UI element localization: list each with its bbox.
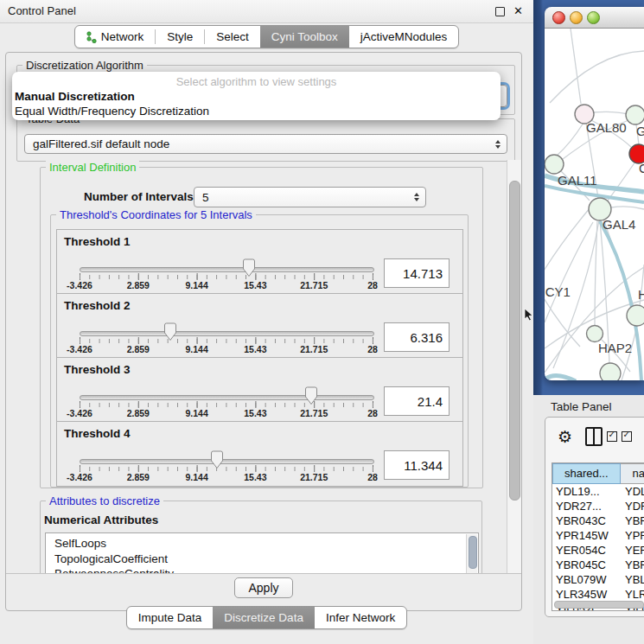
- split-columns-icon[interactable]: [585, 427, 603, 446]
- tick-label: 15.43: [244, 280, 266, 290]
- table-row[interactable]: YBR043CYBR0: [552, 513, 644, 528]
- table-header-name[interactable]: na: [621, 463, 644, 484]
- tab-jactivemnodules[interactable]: jActiveMNodules: [349, 26, 459, 48]
- algorithm-dropdown: Select algorithm to view settings Manual…: [12, 72, 501, 120]
- slider-thumb[interactable]: [211, 450, 224, 469]
- network-icon: [86, 31, 97, 43]
- tick-label: 9.144: [185, 408, 207, 418]
- network-view[interactable]: GAL80 G. GAL11 C GAL4 GCY1 H HAP2: [545, 29, 644, 380]
- threshold-value-field[interactable]: 11.344: [384, 450, 450, 480]
- table-row[interactable]: YBR045CYBR0: [552, 558, 644, 572]
- num-intervals-select[interactable]: 5: [194, 187, 426, 207]
- dropdown-hint: Select algorithm to view settings: [12, 74, 501, 89]
- tab-label: Discretize Data: [224, 611, 303, 624]
- table-panel-title: Table Panel: [551, 400, 612, 413]
- network-node[interactable]: [627, 305, 644, 326]
- node-label: GAL80: [586, 120, 627, 135]
- table-header-shared-name[interactable]: shared...: [552, 463, 621, 484]
- thresholds-group: Threshold's Coordinates for 5 Intervals …: [50, 214, 469, 488]
- network-node[interactable]: [545, 155, 564, 174]
- tab-label: jActiveMNodules: [360, 30, 448, 43]
- panel-scrollbar-thumb[interactable]: [509, 181, 520, 501]
- tick-label: -3.426: [67, 472, 92, 482]
- tab-style[interactable]: Style: [156, 26, 204, 48]
- tick-label: 2.859: [127, 280, 150, 290]
- close-traffic-light-icon[interactable]: [552, 11, 565, 24]
- network-window-titlebar: [545, 7, 644, 29]
- tick-label: 2.859: [127, 344, 150, 354]
- control-panel-tabbar: Network Style Select Cyni Toolbox jActiv…: [0, 25, 533, 48]
- tick-label: 21.715: [300, 280, 328, 290]
- control-panel-titlebar: Control Panel ✕: [0, 0, 533, 23]
- slider-thumb[interactable]: [242, 258, 255, 277]
- tick-label: 9.144: [185, 344, 207, 354]
- close-window-icon[interactable]: ✕: [513, 0, 523, 22]
- table-data-select[interactable]: galFiltered.sif default node: [24, 134, 507, 154]
- apply-button[interactable]: Apply: [234, 577, 293, 598]
- tick-label: -3.426: [67, 280, 92, 290]
- threshold-value-field[interactable]: 21.4: [384, 386, 450, 416]
- table-row[interactable]: YPR145WYPR1: [552, 528, 644, 543]
- list-item[interactable]: TopologicalCoefficient: [46, 552, 478, 567]
- zoom-traffic-light-icon[interactable]: [587, 11, 600, 24]
- table-row[interactable]: YLR345WYLR3: [552, 587, 644, 602]
- tab-label: Style: [167, 30, 193, 43]
- list-scrollbar-thumb[interactable]: [469, 536, 477, 569]
- settings-gear-icon[interactable]: ⚙: [558, 429, 572, 445]
- combo-value: galFiltered.sif default node: [33, 137, 169, 150]
- table-panel-body: ⚙ shared... na YDL19...YDL1 YDR27...YDR2…: [545, 417, 644, 617]
- slider-track[interactable]: [80, 331, 374, 336]
- tab-network[interactable]: Network: [75, 26, 156, 48]
- tick-label: 9.144: [185, 280, 207, 290]
- list-item[interactable]: BetweennessCentrality: [46, 566, 478, 573]
- list-scrollbar[interactable]: [466, 534, 477, 573]
- table-row[interactable]: YDL19...YDL1: [552, 484, 644, 499]
- slider-thumb[interactable]: [304, 386, 317, 405]
- table-row[interactable]: YBL079WYBL0: [552, 572, 644, 587]
- spinner-icon: [414, 193, 419, 201]
- network-node[interactable]: [600, 363, 621, 380]
- dropdown-option-equal-width[interactable]: Equal Width/Frequency Discretization: [12, 104, 501, 118]
- threshold-panel: Threshold 1 -3.426 2.859 9.144: [56, 229, 463, 295]
- table-row[interactable]: YDR27...YDR2: [552, 499, 644, 513]
- slider-track[interactable]: [80, 267, 374, 272]
- checkbox-icon[interactable]: [607, 431, 617, 442]
- tab-cyni-toolbox[interactable]: Cyni Toolbox: [260, 26, 349, 48]
- tab-infer-network[interactable]: Infer Network: [315, 607, 406, 628]
- slider-thumb[interactable]: [164, 322, 177, 341]
- tick-label: 28: [367, 280, 378, 290]
- tick-label: 2.859: [127, 472, 150, 482]
- tab-select[interactable]: Select: [205, 26, 260, 48]
- interval-definition-group: Interval Definition Number of Intervals …: [40, 167, 483, 488]
- table-row[interactable]: YER054CYER0: [552, 543, 644, 558]
- tab-impute-data[interactable]: Impute Data: [127, 607, 214, 628]
- float-window-icon[interactable]: [495, 7, 505, 16]
- table-data-group: Table Data galFiltered.sif default node: [16, 118, 515, 162]
- main-panel: Discretization Algorithm Select algorith…: [5, 52, 522, 611]
- node-label: GCY1: [545, 284, 571, 299]
- list-item[interactable]: SelfLoops: [46, 533, 478, 552]
- threshold-panel: Threshold 2 -3.426 2.859 9.144: [56, 293, 463, 359]
- network-node[interactable]: [587, 326, 603, 342]
- slider-track[interactable]: [80, 459, 374, 464]
- numerical-attributes-list: SelfLoops TopologicalCoefficient Between…: [45, 532, 479, 573]
- threshold-value-field[interactable]: 14.713: [384, 258, 450, 288]
- table-hscrollbar-thumb[interactable]: [554, 601, 644, 609]
- minimize-traffic-light-icon[interactable]: [570, 11, 583, 24]
- combo-value: 5: [202, 191, 209, 204]
- tab-label: Cyni Toolbox: [271, 30, 338, 43]
- threshold-value-field[interactable]: 6.316: [384, 322, 450, 352]
- tab-discretize-data[interactable]: Discretize Data: [213, 607, 315, 628]
- panel-scrollbar[interactable]: [507, 160, 521, 573]
- slider-track[interactable]: [80, 395, 374, 400]
- desktop-background: GAL80 G. GAL11 C GAL4 GCY1 H HAP2 Table …: [533, 0, 644, 644]
- checkbox-icon[interactable]: [622, 431, 632, 442]
- mouse-cursor: [524, 308, 534, 322]
- table-hscrollbar[interactable]: [554, 601, 644, 609]
- table-panel: Table Panel ⚙ shared... na YDL19...YDL1 …: [533, 395, 644, 644]
- dropdown-option-manual[interactable]: Manual Discretization: [12, 89, 501, 104]
- group-title: Discretization Algorithm: [22, 59, 147, 72]
- network-node[interactable]: [626, 105, 644, 124]
- tab-label: Select: [216, 30, 249, 43]
- tick-label: 15.43: [244, 408, 266, 418]
